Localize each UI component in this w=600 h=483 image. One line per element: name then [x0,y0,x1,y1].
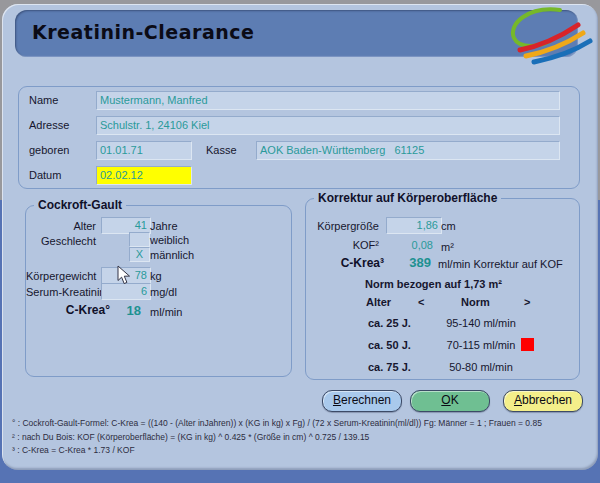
footnote-dubois-formula: ² : nach Du Bois: KOF (Körperoberfläche)… [12,432,369,442]
cockroft-gault-section: Cockroft-Gault Alter 41 Jahre Geschlecht… [25,205,292,377]
groesse-unit: cm [441,218,456,235]
norm-title: Norm bezogen auf 1,73 m² [306,278,561,290]
cockroft-gault-legend: Cockroft-Gault [34,198,126,212]
norm-col-lt: < [418,296,424,308]
name-label: Name [29,94,58,106]
ckrea-kof-unit: ml/min Korrektur auf KOF [438,256,563,273]
ckrea-label: C-Krea° [26,303,110,317]
footnote-cockroft-formula: ° : Cockroft-Gault-Formel: C-Krea = ((14… [12,418,542,428]
ok-button-label: OK [411,391,489,410]
norm-col-gt: > [524,296,530,308]
mouse-cursor-icon [117,265,131,285]
groesse-label: Körpergröße [306,220,379,232]
ckrea-value: 18 [101,303,141,318]
groesse-field[interactable]: 1,86 [386,217,442,234]
gewicht-label: Körpergewicht [26,270,96,282]
serum-label: Serum-Kreatinin [26,286,96,298]
geschlecht-label: Geschlecht [26,235,96,247]
serum-unit: mg/dl [150,284,177,301]
footnote-ckrea-formula: ³ : C-Krea = C-Krea * 1.73 / KOF [12,445,135,455]
norm-marker [521,338,534,351]
born-label: geboren [29,144,69,156]
ok-button[interactable]: OK [410,390,490,412]
weiblich-label: weiblich [150,234,189,246]
norm-row-alter: ca. 50 J. [368,339,411,351]
maennlich-label: männlich [150,249,194,261]
born-field[interactable]: 01.01.71 [96,141,192,160]
gewicht-unit: kg [150,268,162,285]
title-bar: Kreatinin-Clearance [15,10,578,57]
abbrechen-button[interactable]: Abbrechen [503,390,583,412]
norm-row-value: 95-140 ml/min [426,317,536,329]
serum-field[interactable]: 6 [101,283,151,300]
ckrea-unit: ml/min [150,304,182,321]
norm-col-norm: Norm [461,296,490,308]
norm-row-alter: ca. 75 J. [368,361,411,373]
norm-col-alter: Alter [366,296,391,308]
date-label: Datum [29,169,61,181]
date-field[interactable]: 02.02.12 [96,166,192,185]
berechnen-button[interactable]: Berechnen [322,390,402,412]
app-screen: Kreatinin-Clearance Name Mustermann, Man… [0,0,600,483]
berechnen-button-label: Berechnen [323,391,401,410]
address-label: Adresse [29,119,69,131]
app-logo-icon [498,2,594,66]
insurer-field[interactable]: AOK Baden-Württemberg 61125 [256,141,560,160]
kof-unit: m² [441,239,454,256]
korrektur-section: Korrektur auf Körperoberfläche Körpergrö… [305,198,580,380]
name-field[interactable]: Mustermann, Manfred [96,91,560,110]
abbrechen-button-label: Abbrechen [504,391,582,410]
alter-label: Alter [26,220,96,232]
alter-unit: Jahre [150,218,178,235]
norm-row-value: 50-80 ml/min [426,361,536,373]
norm-row-alter: ca. 25 J. [368,317,411,329]
address-field[interactable]: Schulstr. 1, 24106 Kiel [96,116,560,135]
ckrea-kof-value: 389 [386,255,431,270]
kof-label: KOF² [306,239,379,251]
weiblich-checkbox[interactable] [129,232,150,247]
maennlich-checkbox[interactable]: X [129,247,150,262]
kof-value: 0,08 [386,239,433,251]
patient-section: Name Mustermann, Manfred Adresse Schulst… [18,86,580,189]
norm-row-value: 70-115 ml/min [426,339,536,351]
window-title: Kreatinin-Clearance [32,21,254,43]
ckrea-kof-label: C-Krea³ [306,256,384,270]
insurer-label: Kasse [206,144,237,156]
korrektur-legend: Korrektur auf Körperoberfläche [314,191,501,205]
